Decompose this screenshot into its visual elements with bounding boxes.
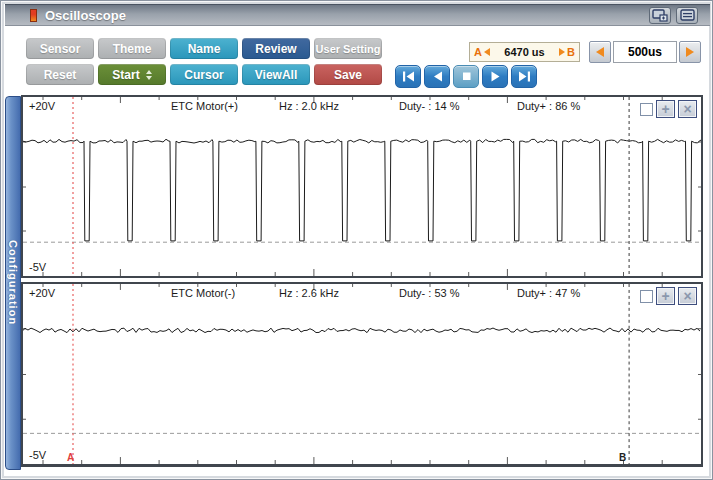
channel-2-vbottom-label: -5V — [29, 449, 46, 461]
cursor-a-marker[interactable]: A — [67, 452, 74, 463]
left-arrow-icon — [596, 47, 604, 57]
channel-2-zoom-in-button[interactable]: + — [656, 287, 675, 305]
oscilloscope-window: Oscilloscope Sensor Theme Name Review Us… — [0, 0, 713, 480]
channel-1-vbottom-label: -5V — [29, 261, 46, 273]
channel-2-duty-minus-label: Duty- : 53 % — [399, 287, 460, 299]
channel-1-panel: +20V ETC Motor(+) Hz : 2.0 kHz Duty- : 1… — [21, 95, 703, 278]
viewall-button[interactable]: ViewAll — [242, 64, 310, 85]
stop-icon — [460, 71, 473, 82]
titlebar: Oscilloscope — [5, 4, 710, 26]
spinner-arrows-icon — [146, 70, 152, 80]
channel-2-frequency-label: Hz : 2.6 kHz — [279, 287, 339, 299]
name-button[interactable]: Name — [170, 38, 238, 59]
cursor-b-marker[interactable]: B — [619, 452, 626, 463]
cursor-a-label: A — [474, 46, 482, 58]
right-arrow-icon — [686, 47, 694, 57]
timebase-decrease-button[interactable] — [589, 41, 611, 63]
channel-1-plot[interactable] — [23, 97, 701, 276]
play-button[interactable] — [482, 65, 508, 88]
cursor-b-label: B — [567, 46, 575, 58]
titlebar-buttons — [649, 7, 698, 24]
tile-windows-icon — [680, 9, 695, 21]
skip-to-start-button[interactable] — [395, 65, 421, 88]
configuration-tab[interactable]: Configuration — [5, 96, 21, 470]
channel-2-duty-plus-label: Duty+ : 47 % — [517, 287, 580, 299]
stop-button[interactable] — [453, 65, 479, 88]
channel-2-panel: +20V ETC Motor(-) Hz : 2.6 kHz Duty- : 5… — [21, 282, 703, 467]
channel-2-vtop-label: +20V — [29, 287, 55, 299]
skip-to-start-icon — [402, 71, 415, 82]
reset-button[interactable]: Reset — [26, 64, 94, 85]
step-back-icon — [431, 71, 444, 82]
channel-1-frequency-label: Hz : 2.0 kHz — [279, 100, 339, 112]
right-arrow-icon — [559, 48, 565, 56]
channel-1-close-button[interactable]: × — [678, 100, 697, 118]
tile-windows-button[interactable] — [676, 7, 698, 24]
channel-2-name-label: ETC Motor(-) — [171, 287, 235, 299]
user-setting-button[interactable]: User Setting — [314, 38, 382, 59]
cursor-button[interactable]: Cursor — [170, 64, 238, 85]
channel-2-close-button[interactable]: × — [678, 287, 697, 305]
theme-button[interactable]: Theme — [98, 38, 166, 59]
start-button[interactable]: Start — [98, 64, 166, 85]
channel-1-vtop-label: +20V — [29, 100, 55, 112]
skip-to-end-icon — [518, 71, 531, 82]
channel-1-zoom-in-button[interactable]: + — [656, 100, 675, 118]
play-icon — [489, 71, 502, 82]
step-back-button[interactable] — [424, 65, 450, 88]
channel-2-controls: + × — [640, 287, 697, 305]
save-button[interactable]: Save — [314, 64, 382, 85]
sensor-button[interactable]: Sensor — [26, 38, 94, 59]
channel-1-duty-minus-label: Duty- : 14 % — [399, 100, 460, 112]
ab-interval-value: 6470 us — [504, 46, 544, 58]
left-arrow-icon — [484, 48, 490, 56]
skip-to-end-button[interactable] — [511, 65, 537, 88]
channel-1-controls: + × — [640, 100, 697, 118]
channel-2-plot[interactable] — [23, 284, 701, 464]
configuration-tab-label: Configuration — [7, 240, 19, 325]
ab-interval-readout: A 6470 us B — [469, 42, 580, 62]
timebase-value[interactable]: 500us — [613, 41, 677, 63]
new-window-icon — [652, 9, 668, 22]
window-title: Oscilloscope — [45, 8, 126, 23]
timebase-increase-button[interactable] — [679, 41, 701, 63]
new-window-button[interactable] — [649, 7, 671, 24]
channel-1-name-label: ETC Motor(+) — [171, 100, 238, 112]
app-icon — [30, 9, 37, 22]
review-button[interactable]: Review — [242, 38, 310, 59]
channel-2-checkbox[interactable] — [640, 290, 653, 303]
channel-1-checkbox[interactable] — [640, 103, 653, 116]
channel-1-duty-plus-label: Duty+ : 86 % — [517, 100, 580, 112]
